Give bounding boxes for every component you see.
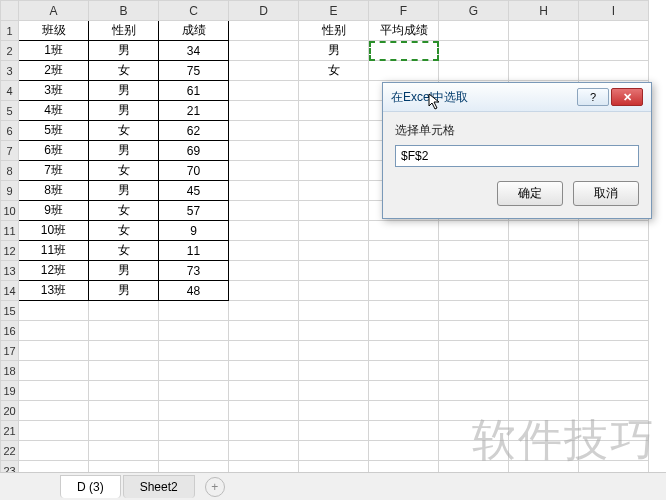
cell-I22[interactable] — [579, 441, 649, 461]
cell-B1[interactable]: 性别 — [89, 21, 159, 41]
cell-I16[interactable] — [579, 321, 649, 341]
cell-D13[interactable] — [229, 261, 299, 281]
cell-G18[interactable] — [439, 361, 509, 381]
cell-D10[interactable] — [229, 201, 299, 221]
cell-B5[interactable]: 男 — [89, 101, 159, 121]
cell-C7[interactable]: 69 — [159, 141, 229, 161]
cell-E13[interactable] — [299, 261, 369, 281]
cell-C6[interactable]: 62 — [159, 121, 229, 141]
cell-H20[interactable] — [509, 401, 579, 421]
cell-E15[interactable] — [299, 301, 369, 321]
cell-F21[interactable] — [369, 421, 439, 441]
cell-A21[interactable] — [19, 421, 89, 441]
cell-F16[interactable] — [369, 321, 439, 341]
cell-C11[interactable]: 9 — [159, 221, 229, 241]
cell-F11[interactable] — [369, 221, 439, 241]
cell-D21[interactable] — [229, 421, 299, 441]
cell-C20[interactable] — [159, 401, 229, 421]
cell-C2[interactable]: 34 — [159, 41, 229, 61]
column-header-D[interactable]: D — [229, 1, 299, 21]
cell-A10[interactable]: 9班 — [19, 201, 89, 221]
cancel-button[interactable]: 取消 — [573, 181, 639, 206]
cell-C17[interactable] — [159, 341, 229, 361]
cell-F15[interactable] — [369, 301, 439, 321]
cell-D8[interactable] — [229, 161, 299, 181]
dialog-help-button[interactable]: ? — [577, 88, 609, 106]
cell-E7[interactable] — [299, 141, 369, 161]
cell-E21[interactable] — [299, 421, 369, 441]
row-header-19[interactable]: 19 — [1, 381, 19, 401]
cell-E3[interactable]: 女 — [299, 61, 369, 81]
select-all-corner[interactable] — [1, 1, 19, 21]
cell-E4[interactable] — [299, 81, 369, 101]
cell-A17[interactable] — [19, 341, 89, 361]
cell-H3[interactable] — [509, 61, 579, 81]
cell-B19[interactable] — [89, 381, 159, 401]
cell-B9[interactable]: 男 — [89, 181, 159, 201]
cell-A12[interactable]: 11班 — [19, 241, 89, 261]
cell-B4[interactable]: 男 — [89, 81, 159, 101]
cell-G2[interactable] — [439, 41, 509, 61]
cell-A9[interactable]: 8班 — [19, 181, 89, 201]
cell-D19[interactable] — [229, 381, 299, 401]
cell-C14[interactable]: 48 — [159, 281, 229, 301]
cell-E12[interactable] — [299, 241, 369, 261]
row-header-2[interactable]: 2 — [1, 41, 19, 61]
cell-G12[interactable] — [439, 241, 509, 261]
cell-D5[interactable] — [229, 101, 299, 121]
cell-D11[interactable] — [229, 221, 299, 241]
cell-C15[interactable] — [159, 301, 229, 321]
cell-A2[interactable]: 1班 — [19, 41, 89, 61]
cell-I1[interactable] — [579, 21, 649, 41]
cell-A1[interactable]: 班级 — [19, 21, 89, 41]
cell-E22[interactable] — [299, 441, 369, 461]
cell-B3[interactable]: 女 — [89, 61, 159, 81]
cell-C1[interactable]: 成绩 — [159, 21, 229, 41]
cell-C16[interactable] — [159, 321, 229, 341]
cell-D18[interactable] — [229, 361, 299, 381]
cell-A8[interactable]: 7班 — [19, 161, 89, 181]
cell-B18[interactable] — [89, 361, 159, 381]
cell-I12[interactable] — [579, 241, 649, 261]
cell-E1[interactable]: 性别 — [299, 21, 369, 41]
cell-H17[interactable] — [509, 341, 579, 361]
cell-B2[interactable]: 男 — [89, 41, 159, 61]
cell-F17[interactable] — [369, 341, 439, 361]
cell-G14[interactable] — [439, 281, 509, 301]
cell-E18[interactable] — [299, 361, 369, 381]
column-header-G[interactable]: G — [439, 1, 509, 21]
cell-B12[interactable]: 女 — [89, 241, 159, 261]
cell-A5[interactable]: 4班 — [19, 101, 89, 121]
cell-C18[interactable] — [159, 361, 229, 381]
cell-A14[interactable]: 13班 — [19, 281, 89, 301]
cell-I3[interactable] — [579, 61, 649, 81]
cell-I2[interactable] — [579, 41, 649, 61]
cell-D17[interactable] — [229, 341, 299, 361]
cell-E8[interactable] — [299, 161, 369, 181]
cell-D22[interactable] — [229, 441, 299, 461]
dialog-close-button[interactable]: ✕ — [611, 88, 643, 106]
cell-F18[interactable] — [369, 361, 439, 381]
cell-F2[interactable] — [369, 41, 439, 61]
row-header-20[interactable]: 20 — [1, 401, 19, 421]
cell-D14[interactable] — [229, 281, 299, 301]
cell-E6[interactable] — [299, 121, 369, 141]
cell-A20[interactable] — [19, 401, 89, 421]
cell-G17[interactable] — [439, 341, 509, 361]
cell-H1[interactable] — [509, 21, 579, 41]
cell-B15[interactable] — [89, 301, 159, 321]
column-header-A[interactable]: A — [19, 1, 89, 21]
cell-A7[interactable]: 6班 — [19, 141, 89, 161]
sheet-tab-active[interactable]: D (3) — [60, 475, 121, 498]
cell-I17[interactable] — [579, 341, 649, 361]
cell-I19[interactable] — [579, 381, 649, 401]
cell-A16[interactable] — [19, 321, 89, 341]
row-header-9[interactable]: 9 — [1, 181, 19, 201]
cell-C12[interactable]: 11 — [159, 241, 229, 261]
cell-E17[interactable] — [299, 341, 369, 361]
cell-D12[interactable] — [229, 241, 299, 261]
cell-A13[interactable]: 12班 — [19, 261, 89, 281]
cell-F14[interactable] — [369, 281, 439, 301]
row-header-12[interactable]: 12 — [1, 241, 19, 261]
cell-B7[interactable]: 男 — [89, 141, 159, 161]
